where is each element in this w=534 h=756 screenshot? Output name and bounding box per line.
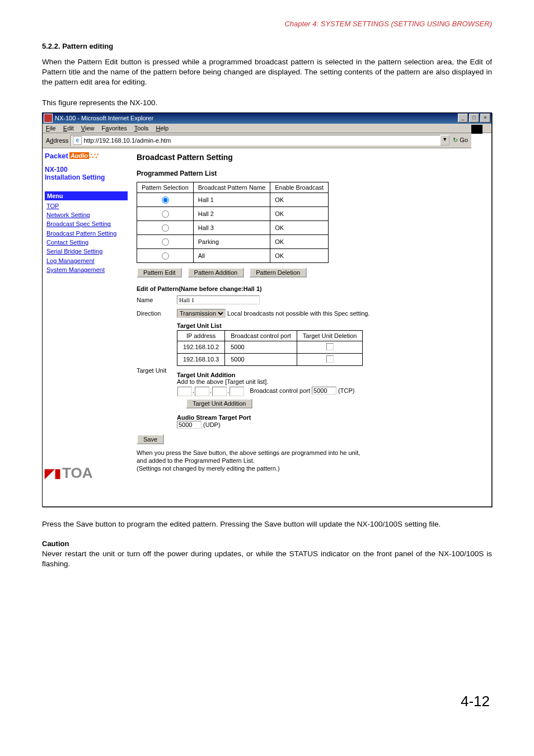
menubar: File Edit View Favorites Tools Help (43, 124, 491, 133)
audio-stream-port-title: Audio Stream Target Port (177, 414, 363, 421)
udp-label: (UDP) (203, 421, 221, 428)
install-setting-label: Installation Setting (45, 173, 128, 181)
packet-audio-logo: PacketAudio∴∵ (45, 152, 128, 160)
page-number: 4-12 (42, 693, 492, 710)
delete-checkbox[interactable] (326, 343, 334, 350)
page-title: Broadcast Pattern Setting (137, 153, 485, 162)
table-row: Hall 3OK (137, 220, 329, 234)
nav-broadcast-spec[interactable]: Broadcast Spec Setting (45, 219, 128, 228)
col-enable: Enable Broadcast (270, 182, 329, 192)
pattern-deletion-button[interactable]: Pattern Deletion (249, 267, 307, 278)
address-label: Address (46, 137, 68, 144)
ie-app-icon (44, 114, 53, 123)
name-input[interactable] (177, 295, 260, 304)
direction-select[interactable]: Transmission (177, 309, 226, 318)
table-row: ParkingOK (137, 234, 329, 248)
post-figure-paragraph: Press the Save button to program the edi… (42, 519, 492, 529)
ip-octet-input[interactable] (229, 387, 244, 396)
minimize-button[interactable]: _ (458, 114, 468, 123)
ie-throbber-icon (471, 125, 483, 134)
nav-broadcast-pattern[interactable]: Broadcast Pattern Setting (45, 229, 128, 238)
edit-of-pattern-title: Edit of Pattern(Name before change:Hall … (137, 285, 485, 292)
nav-log-management[interactable]: Log Management (45, 256, 128, 265)
col-name: Broadcast Pattern Name (193, 182, 270, 192)
titlebar: NX-100 - Microsoft Internet Explorer _ □… (43, 113, 491, 124)
target-unit-addition-title: Target Unit Addition (177, 372, 363, 378)
table-row: 192.168.10.25000 (177, 341, 363, 353)
pattern-radio[interactable] (162, 252, 169, 260)
save-note-1: When you press the Save button, the abov… (137, 449, 485, 457)
pattern-addition-button[interactable]: Pattern Addition (188, 267, 245, 278)
target-unit-addition-button[interactable]: Target Unit Addition (186, 398, 252, 408)
nav-system-management[interactable]: System Management (45, 265, 128, 274)
list-title: Programmed Pattern List (137, 170, 485, 177)
ie-window: NX-100 - Microsoft Internet Explorer _ □… (42, 112, 492, 507)
go-button[interactable]: ↻ Go (453, 137, 468, 144)
bcast-port-input[interactable]: 5000 (312, 387, 336, 395)
menu-help[interactable]: Help (156, 125, 168, 132)
menu-edit[interactable]: Edit (63, 125, 74, 132)
tcp-label: (TCP) (338, 387, 354, 394)
save-button[interactable]: Save (137, 434, 164, 444)
address-value: http://192.168.10.1/admin-e.htm (83, 137, 171, 144)
caution-label: Caution (42, 539, 492, 548)
table-row: Hall 2OK (137, 206, 329, 220)
nav-network-setting[interactable]: Network Setting (45, 210, 128, 219)
menu-file[interactable]: File (46, 125, 56, 132)
col-selection: Pattern Selection (137, 182, 194, 192)
target-unit-label: Target Unit (137, 322, 177, 374)
caution-text: Never restart the unit or turn off the p… (42, 549, 492, 569)
nav-top[interactable]: TOP (45, 201, 128, 210)
sidebar: PacketAudio∴∵ NX-100 Installation Settin… (43, 148, 130, 506)
menu-favorites[interactable]: Favorites (102, 125, 127, 132)
pattern-radio[interactable] (162, 210, 169, 218)
table-row: 192.168.10.35000 (177, 353, 363, 365)
address-dropdown[interactable]: ▼ (440, 135, 449, 145)
address-input[interactable]: e http://192.168.10.1/admin-e.htm (71, 135, 441, 146)
bcast-port-label: Broadcast control port (250, 387, 310, 394)
menu-tools[interactable]: Tools (134, 125, 149, 132)
nav-contact-setting[interactable]: Contact Setting (45, 238, 128, 247)
table-row: Hall 1OK (137, 192, 329, 206)
intro-paragraph-1: When the Pattern Edit button is pressed … (42, 57, 492, 88)
menu-view[interactable]: View (81, 125, 95, 132)
pattern-table: Pattern Selection Broadcast Pattern Name… (137, 182, 329, 263)
nav-serial-bridge[interactable]: Serial Bridge Setting (45, 247, 128, 256)
table-row: AllOK (137, 248, 329, 262)
target-unit-table: IP address Broadcast control port Target… (177, 330, 363, 366)
model-label: NX-100 (45, 166, 128, 173)
col-delete: Target Unit Deletion (297, 330, 363, 341)
direction-note: Local broadcasts not possible with this … (227, 310, 369, 317)
col-ip: IP address (177, 330, 225, 341)
main-panel: Broadcast Pattern Setting Programmed Pat… (130, 148, 491, 506)
ip-octet-input[interactable] (177, 387, 192, 396)
window-title: NX-100 - Microsoft Internet Explorer (55, 115, 457, 121)
ip-octet-input[interactable] (195, 387, 209, 396)
target-unit-list-title: Target Unit List (177, 322, 363, 329)
pattern-radio[interactable] (162, 196, 169, 204)
delete-checkbox[interactable] (326, 355, 334, 363)
direction-label: Direction (137, 309, 177, 317)
save-note-3: (Settings not changed by merely editing … (137, 464, 485, 472)
toa-logo: ◤▮ TOA (45, 464, 128, 482)
page-icon: e (73, 136, 82, 145)
pattern-radio[interactable] (162, 238, 169, 246)
save-note-2: and added to the Programmed Pattern List… (137, 457, 485, 464)
ip-octet-input[interactable] (212, 387, 227, 396)
pattern-edit-button[interactable]: Pattern Edit (137, 267, 182, 278)
maximize-button[interactable]: □ (469, 114, 479, 123)
audio-stream-port-input[interactable]: 5000 (177, 421, 202, 429)
close-button[interactable]: × (480, 114, 490, 123)
menu-header: Menu (45, 191, 128, 200)
name-label: Name (137, 295, 177, 303)
address-bar: Address e http://192.168.10.1/admin-e.ht… (43, 133, 471, 148)
col-port: Broadcast control port (225, 330, 297, 341)
pattern-radio[interactable] (162, 224, 169, 232)
intro-paragraph-2: This figure represents the NX-100. (42, 98, 492, 108)
chapter-header: Chapter 4: SYSTEM SETTINGS (SETTING USIN… (42, 20, 492, 28)
section-title: 5.2.2. Pattern editing (42, 42, 492, 50)
target-unit-addition-note: Add to the above [Target unit list]. (177, 378, 363, 385)
